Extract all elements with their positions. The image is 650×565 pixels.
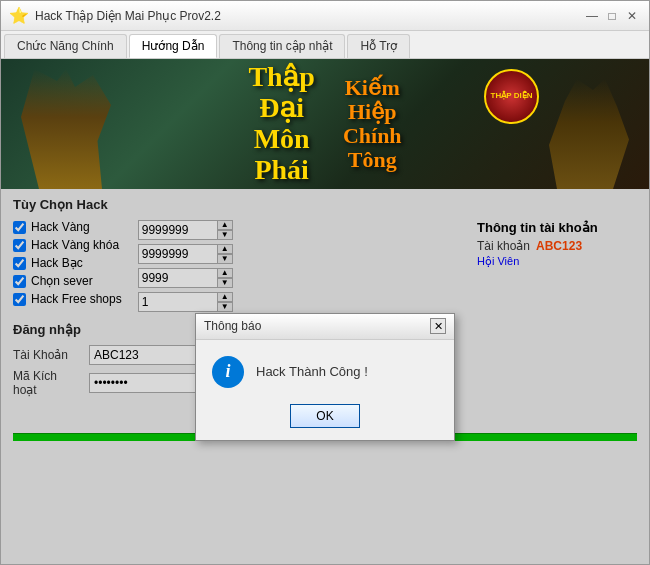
modal-ok-button[interactable]: OK	[290, 404, 360, 428]
main-window: ⭐ Hack Thập Diện Mai Phục Prov2.2 — □ ✕ …	[0, 0, 650, 565]
tab-huong-dan[interactable]: Hướng Dẫn	[129, 34, 218, 58]
modal-message: Hack Thành Công !	[256, 364, 368, 379]
modal-footer: OK	[196, 400, 454, 440]
title-bar-text: Hack Thập Diện Mai Phục Prov2.2	[35, 9, 583, 23]
banner: Thập Đại Môn Phái Kiếm Hiệp Chính Tông T…	[1, 59, 649, 189]
modal-overlay: Thông báo ✕ i Hack Thành Công ! OK	[1, 189, 649, 564]
modal-body: i Hack Thành Công !	[196, 340, 454, 400]
close-button[interactable]: ✕	[623, 7, 641, 25]
title-bar: ⭐ Hack Thập Diện Mai Phục Prov2.2 — □ ✕	[1, 1, 649, 31]
banner-text-left: Thập Đại Môn Phái	[248, 62, 315, 185]
minimize-button[interactable]: —	[583, 7, 601, 25]
app-icon: ⭐	[9, 6, 29, 25]
info-icon: i	[212, 356, 244, 388]
maximize-button[interactable]: □	[603, 7, 621, 25]
modal-title-bar: Thông báo ✕	[196, 314, 454, 340]
tab-ho-tro[interactable]: Hỗ Trợ	[347, 34, 410, 58]
modal-close-button[interactable]: ✕	[430, 318, 446, 334]
modal-title-text: Thông báo	[204, 319, 430, 333]
banner-overlay: Thập Đại Môn Phái Kiếm Hiệp Chính Tông	[1, 59, 649, 189]
tab-thong-tin[interactable]: Thông tin cập nhật	[219, 34, 345, 58]
tab-chuc-nang[interactable]: Chức Năng Chính	[4, 34, 127, 58]
banner-logo: THẬP DIỆN	[484, 69, 539, 124]
title-bar-controls: — □ ✕	[583, 7, 641, 25]
banner-text-right: Kiếm Hiệp Chính Tông	[343, 76, 402, 173]
main-content: Tùy Chọn Hack Hack Vàng Hack Vàng khóa H…	[1, 189, 649, 564]
modal-dialog: Thông báo ✕ i Hack Thành Công ! OK	[195, 313, 455, 441]
tab-bar: Chức Năng Chính Hướng Dẫn Thông tin cập …	[1, 31, 649, 59]
